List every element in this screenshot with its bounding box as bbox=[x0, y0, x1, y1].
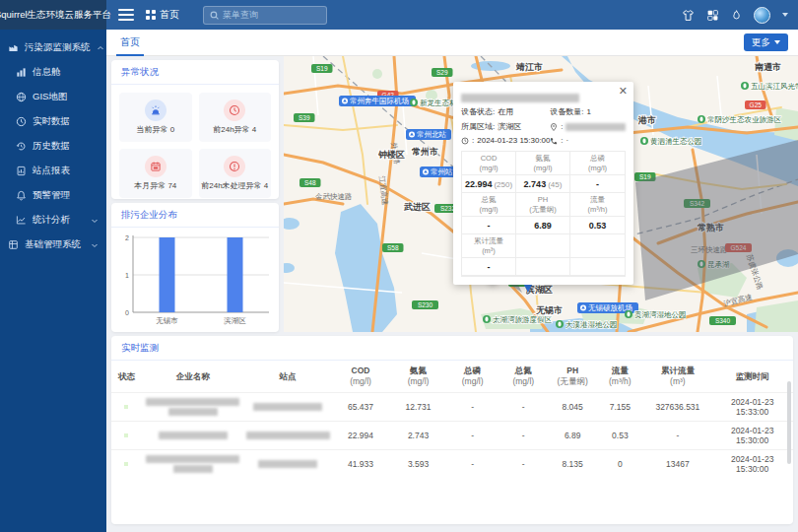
table-cell: 327636.531 bbox=[643, 393, 711, 422]
svg-text:五山滨江风光带: 五山滨江风光带 bbox=[751, 82, 798, 91]
table-cell: 2.743 bbox=[389, 422, 447, 450]
breadcrumb[interactable]: 首页 bbox=[146, 8, 179, 22]
table-row[interactable]: 22.9942.743--6.890.53-2024-01-23 15:30:0… bbox=[111, 422, 793, 450]
station-poi[interactable]: 常州北站 bbox=[406, 129, 451, 140]
sidebar-item-6[interactable]: 预警管理 bbox=[0, 183, 106, 208]
user-avatar[interactable] bbox=[754, 7, 770, 24]
column-header: 站点 bbox=[243, 361, 332, 393]
park-poi[interactable]: 常阴沙生态农业旅游区 bbox=[698, 115, 782, 124]
popup-metric-value: 0.53 bbox=[570, 217, 625, 234]
popup-close-icon[interactable]: ✕ bbox=[619, 86, 628, 97]
table-cell: 7.155 bbox=[596, 393, 643, 422]
road-badge: G25 bbox=[745, 100, 766, 109]
city-label: 无锡市 bbox=[535, 305, 563, 315]
airport-poi[interactable]: 常州奔牛国际机场 bbox=[339, 96, 416, 106]
sidebar-item-label: 站点报表 bbox=[33, 165, 70, 177]
anomaly-card-0[interactable]: 当前异常 0 bbox=[119, 93, 192, 142]
svg-text:无锡硕放机场: 无锡硕放机场 bbox=[588, 303, 632, 312]
table-row[interactable]: 41.9333.593--8.1350134672024-01-23 15:30… bbox=[111, 450, 793, 479]
column-header: 累计流量(m³) bbox=[643, 361, 711, 393]
road-badge: S340 bbox=[709, 316, 736, 325]
siren-icon bbox=[145, 100, 166, 121]
layout-switch-icon[interactable] bbox=[706, 9, 719, 22]
anomaly-panel: 异常状况 当前异常 0前24h异常 4本月异常 74前24h未处理异常 4 bbox=[111, 60, 279, 199]
menu-collapse-button[interactable] bbox=[116, 7, 136, 23]
svg-text:G25: G25 bbox=[750, 101, 763, 108]
sidebar-item-7[interactable]: 统计分析 bbox=[0, 208, 106, 233]
sidebar-item-4[interactable]: 历史数据 bbox=[0, 134, 106, 159]
dashboard-icon bbox=[16, 67, 27, 78]
trend-icon bbox=[16, 215, 27, 226]
popup-metric-header: COD(mg/l) bbox=[462, 152, 516, 175]
park-poi[interactable]: 黄泗浦生态公园 bbox=[640, 137, 702, 146]
column-header: 流量(m³/h) bbox=[596, 361, 643, 393]
park-poi[interactable]: 贡湖湾湿地公园 bbox=[625, 310, 687, 319]
sidebar-item-label: 信息舱 bbox=[33, 66, 61, 79]
company-name-redacted bbox=[142, 450, 243, 479]
station-poi[interactable]: 常州站 bbox=[420, 166, 457, 177]
user-menu-caret-icon[interactable] bbox=[782, 13, 788, 17]
city-label: 靖江市 bbox=[515, 62, 543, 72]
popup-empty-cell bbox=[570, 234, 625, 258]
table-cell: 2024-01-23 15:33:00 bbox=[711, 393, 793, 422]
svg-text:S230: S230 bbox=[418, 301, 433, 308]
map-canvas[interactable]: 外环路江宜高速金武快速路三环快速路苏虞张公路沪宜高速S19S39G42S29G2… bbox=[284, 56, 798, 332]
table-cell: 0 bbox=[596, 450, 643, 479]
popup-metric-value: 6.89 bbox=[516, 217, 570, 234]
sidebar-item-2[interactable]: GIS地图 bbox=[0, 85, 106, 109]
history-icon bbox=[16, 141, 27, 152]
sidebar-item-5[interactable]: 站点报表 bbox=[0, 159, 106, 183]
svg-text:新龙生态林: 新龙生态林 bbox=[420, 99, 457, 107]
anomaly-card-2[interactable]: 本月异常 74 bbox=[119, 149, 192, 198]
anomaly-card-1[interactable]: 前24h异常 4 bbox=[199, 93, 272, 142]
table-row[interactable]: 65.43712.731--8.0457.155327636.5312024-0… bbox=[111, 393, 793, 422]
road-badge: S48 bbox=[299, 178, 321, 187]
anomaly-card-3[interactable]: 前24h未处理异常 4 bbox=[199, 149, 272, 198]
alert-icon bbox=[16, 190, 27, 201]
table-cell: 8.045 bbox=[549, 393, 596, 422]
more-button[interactable]: 更多 bbox=[744, 33, 788, 51]
road-badge: S19 bbox=[311, 64, 333, 73]
column-header: PH(无量纲) bbox=[549, 361, 596, 393]
sidebar-item-1[interactable]: 信息舱 bbox=[0, 60, 106, 85]
table-cell: 2024-01-23 15:30:00 bbox=[711, 450, 793, 479]
popup-datetime: 2024-01-23 15:30:00 bbox=[477, 136, 550, 145]
sidebar-item-3[interactable]: 实时数据 bbox=[0, 109, 106, 134]
table-cell: - bbox=[447, 393, 499, 422]
chart-panel-title: 排污企业分布 bbox=[121, 209, 177, 222]
main-area: 首页 更多 异常状况 当前异常 0前24h异常 4本月异常 74前24h未处理异… bbox=[106, 30, 798, 532]
park-poi[interactable]: 太湖湾旅游度假区 bbox=[483, 315, 553, 324]
anomaly-card-label: 本月异常 74 bbox=[134, 180, 176, 191]
city-label: 常州市 bbox=[412, 147, 438, 157]
svg-text:S48: S48 bbox=[304, 179, 316, 186]
table-scrollbar[interactable] bbox=[787, 381, 791, 464]
column-header: 总氮(mg/l) bbox=[498, 361, 549, 393]
theme-skin-icon[interactable] bbox=[682, 9, 695, 22]
road-badge: S58 bbox=[382, 243, 404, 252]
monitor-panel-title: 实时监测 bbox=[121, 342, 159, 355]
svg-text:常州奔牛国际机场: 常州奔牛国际机场 bbox=[350, 97, 409, 105]
svg-text:常州北站: 常州北站 bbox=[417, 130, 447, 139]
sidebar-item-0[interactable]: 污染源监测系统 bbox=[0, 35, 106, 60]
svg-text:0: 0 bbox=[125, 309, 129, 316]
column-header: 企业名称 bbox=[142, 361, 243, 393]
popup-metric-value: 22.994(250) bbox=[462, 175, 516, 193]
app-window: Squirrel生态环境云服务平台 首页 污染源监测系统信息舱GIS地图实时数据… bbox=[0, 0, 798, 532]
park-poi[interactable]: 大溪港湿地公园 bbox=[556, 320, 618, 329]
menu-search[interactable] bbox=[203, 6, 327, 25]
sidebar-item-label: GIS地图 bbox=[33, 91, 67, 103]
tab-home[interactable]: 首页 bbox=[116, 30, 144, 56]
chevron-down-icon bbox=[91, 217, 99, 225]
road-badge: S29 bbox=[432, 68, 453, 77]
alertCircle-icon bbox=[224, 156, 245, 177]
clock-icon bbox=[461, 137, 469, 145]
sidebar-item-label: 历史数据 bbox=[33, 140, 70, 153]
flame-icon[interactable] bbox=[731, 9, 742, 22]
sidebar-item-8[interactable]: 基础管理系统 bbox=[0, 233, 106, 257]
city-label: 南通市 bbox=[755, 62, 781, 72]
road-label: 金武快速路 bbox=[315, 192, 353, 201]
menu-search-input[interactable] bbox=[223, 10, 320, 20]
station-name-redacted bbox=[243, 422, 332, 450]
popup-metric-header: 流量(m³/h) bbox=[570, 193, 625, 217]
breadcrumb-label: 首页 bbox=[160, 8, 179, 22]
